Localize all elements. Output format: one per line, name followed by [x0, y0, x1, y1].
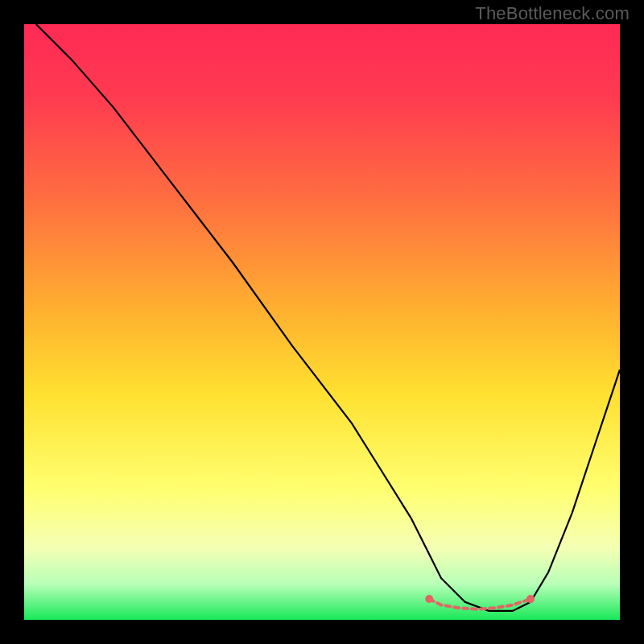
svg-point-0 — [425, 595, 433, 603]
watermark-text: TheBottleneck.com — [475, 3, 630, 24]
chart-plot-area — [24, 24, 620, 620]
chart-svg — [24, 24, 620, 620]
svg-point-1 — [526, 595, 535, 603]
gradient-background — [24, 24, 620, 620]
